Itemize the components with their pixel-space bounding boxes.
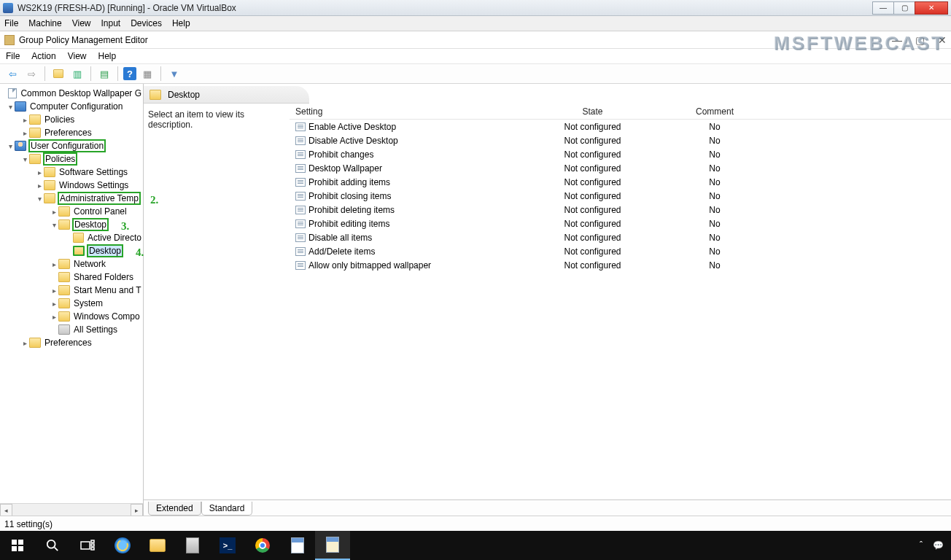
- twisty-icon[interactable]: [50, 221, 58, 229]
- column-setting[interactable]: Setting: [290, 106, 543, 117]
- toolbar-filter-button[interactable]: ▼: [166, 66, 182, 82]
- setting-row[interactable]: Prohibit changesNot configuredNo: [290, 147, 951, 161]
- tree-all-settings[interactable]: All Settings: [1, 323, 143, 336]
- toolbar-back-button[interactable]: ⇦: [4, 66, 20, 82]
- setting-row[interactable]: Prohibit editing itemsNot configuredNo: [290, 217, 951, 230]
- taskbar-gpme-active[interactable]: [315, 531, 350, 560]
- vbox-maximize-button[interactable]: ▢: [893, 1, 915, 15]
- right-pane-title: Desktop: [168, 90, 200, 100]
- tree-active-directory[interactable]: Active Directo: [1, 231, 143, 244]
- setting-row[interactable]: Prohibit closing itemsNot configuredNo: [290, 189, 951, 203]
- tree-desktop-sub[interactable]: Desktop: [1, 244, 143, 257]
- setting-name: Allow only bitmapped wallpaper: [308, 260, 543, 271]
- twisty-icon[interactable]: [6, 103, 15, 111]
- tree-software-settings[interactable]: Software Settings: [1, 166, 143, 179]
- taskbar-notepad-1[interactable]: [280, 531, 315, 560]
- gpme-menu-help[interactable]: Help: [98, 51, 117, 61]
- vbox-menu-devices[interactable]: Devices: [131, 18, 162, 28]
- tray-notifications-icon[interactable]: 💬: [933, 540, 944, 551]
- column-state[interactable]: State: [543, 106, 642, 117]
- tree-administrative-templates[interactable]: Administrative Temp: [1, 192, 143, 205]
- twisty-icon[interactable]: [20, 339, 29, 347]
- twisty-icon[interactable]: [50, 300, 58, 308]
- twisty-icon[interactable]: [35, 182, 44, 190]
- twisty-icon[interactable]: [50, 313, 58, 321]
- twisty-icon[interactable]: [50, 260, 58, 268]
- tree-computer-configuration[interactable]: Computer Configuration: [1, 100, 143, 113]
- tab-extended[interactable]: Extended: [148, 502, 201, 516]
- twisty-icon[interactable]: [35, 195, 44, 203]
- setting-row[interactable]: Prohibit adding itemsNot configuredNo: [290, 175, 951, 189]
- vbox-close-button[interactable]: ✕: [915, 1, 948, 15]
- setting-row[interactable]: Desktop WallpaperNot configuredNo: [290, 161, 951, 175]
- taskbar-internet-explorer[interactable]: [105, 531, 140, 560]
- setting-icon: [295, 206, 306, 214]
- tree-root[interactable]: Common Desktop Wallpaper G: [1, 87, 143, 100]
- gpme-menu-file[interactable]: File: [6, 51, 20, 61]
- toolbar-help-button[interactable]: ?: [123, 67, 136, 80]
- twisty-icon[interactable]: [20, 129, 29, 137]
- tree-shared-folders[interactable]: Shared Folders: [1, 271, 143, 284]
- folder-icon: [58, 219, 70, 230]
- tab-standard[interactable]: Standard: [201, 502, 253, 516]
- tree-control-panel[interactable]: Control Panel: [1, 205, 143, 218]
- gpme-menu-view[interactable]: View: [68, 51, 87, 61]
- tree-comp-preferences[interactable]: Preferences: [1, 126, 143, 139]
- scroll-left-arrow[interactable]: ◂: [0, 504, 12, 516]
- taskbar-server-manager[interactable]: [175, 531, 210, 560]
- twisty-icon[interactable]: [50, 287, 58, 295]
- vbox-minimize-button[interactable]: —: [872, 1, 894, 15]
- vbox-menu-input[interactable]: Input: [101, 18, 121, 28]
- tree-windows-components[interactable]: Windows Compo: [1, 310, 143, 323]
- taskbar-taskview-button[interactable]: [70, 531, 105, 560]
- gpme-menu-action[interactable]: Action: [31, 51, 55, 61]
- twisty-icon[interactable]: [20, 155, 29, 163]
- svg-point-4: [47, 540, 55, 548]
- tree-network[interactable]: Network: [1, 257, 143, 271]
- taskbar-powershell[interactable]: >_: [210, 531, 245, 560]
- twisty-icon[interactable]: [6, 142, 15, 150]
- gpme-minimize-button[interactable]: —: [892, 34, 902, 46]
- column-comment[interactable]: Comment: [642, 106, 788, 117]
- folder-icon: [73, 246, 85, 256]
- setting-row[interactable]: Add/Delete itemsNot configuredNo: [290, 244, 951, 258]
- scroll-right-arrow[interactable]: ▸: [131, 504, 143, 516]
- twisty-icon[interactable]: [50, 208, 58, 216]
- setting-comment: No: [642, 136, 788, 146]
- tree-start-menu[interactable]: Start Menu and T: [1, 284, 143, 297]
- gpme-maximize-button[interactable]: ▢: [915, 34, 925, 46]
- toolbar-export-list-button[interactable]: ▤: [96, 66, 112, 82]
- setting-row[interactable]: Allow only bitmapped wallpaperNot config…: [290, 258, 951, 272]
- start-button[interactable]: [0, 531, 35, 560]
- setting-row[interactable]: Prohibit deleting itemsNot configuredNo: [290, 203, 951, 217]
- setting-state: Not configured: [543, 136, 642, 146]
- taskbar-chrome[interactable]: [245, 531, 280, 560]
- tree-horizontal-scrollbar[interactable]: ◂ ▸: [0, 503, 143, 516]
- tree-system[interactable]: System: [1, 297, 143, 310]
- setting-row[interactable]: Disable Active DesktopNot configuredNo: [290, 133, 951, 147]
- tree-windows-settings[interactable]: Windows Settings: [1, 179, 143, 192]
- taskbar-search-button[interactable]: [35, 531, 70, 560]
- setting-icon: [295, 192, 306, 201]
- tray-chevron-up-icon[interactable]: ˆ: [920, 540, 923, 551]
- gpme-close-button[interactable]: ✕: [938, 34, 947, 46]
- tree-user-configuration[interactable]: User Configuration 1.: [1, 139, 143, 152]
- tree-comp-policies[interactable]: Policies: [1, 113, 143, 126]
- vbox-menu-help[interactable]: Help: [172, 18, 190, 28]
- toolbar-show-hide-tree-button[interactable]: ▥: [69, 66, 85, 82]
- vbox-menu-file[interactable]: File: [4, 18, 18, 28]
- twisty-icon[interactable]: [35, 168, 44, 176]
- vbox-menu-machine[interactable]: Machine: [28, 18, 61, 28]
- tree-user-policies[interactable]: Policies: [1, 152, 143, 166]
- setting-comment: No: [642, 233, 788, 243]
- setting-row[interactable]: Disable all itemsNot configuredNo: [290, 230, 951, 244]
- taskbar-file-explorer[interactable]: [140, 531, 175, 560]
- setting-comment: No: [642, 219, 788, 229]
- vbox-menu-view[interactable]: View: [72, 18, 91, 28]
- setting-row[interactable]: Enable Active DesktopNot configuredNo: [290, 120, 951, 133]
- toolbar-properties-button[interactable]: ▦: [139, 66, 155, 82]
- twisty-icon[interactable]: [20, 116, 29, 124]
- toolbar-up-button[interactable]: [50, 66, 66, 82]
- tree-user-preferences[interactable]: Preferences: [1, 336, 143, 349]
- toolbar-forward-button[interactable]: ⇨: [23, 66, 39, 82]
